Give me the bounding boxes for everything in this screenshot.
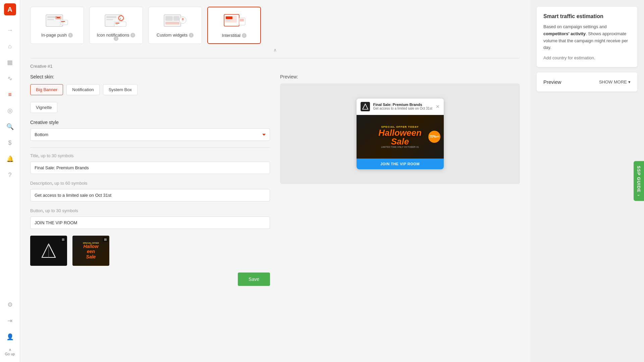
svg-rect-7 [61,22,64,23]
sidebar-bottom: ⚙ ⇥ 👤 ∧ Go up [2,297,18,359]
dollar-icon[interactable]: $ [3,136,17,149]
svg-rect-27 [226,20,230,21]
svg-rect-20 [165,22,179,24]
creative-style-group: Creative style Bottom Top Center [30,120,270,141]
save-row: Save [30,273,270,286]
description-input[interactable] [30,189,270,201]
notification-header: Final Sale: Premium Brands Get access to… [357,99,444,115]
svg-rect-16 [115,24,118,25]
ad-type-in-page-push[interactable]: In-page push i [30,7,84,44]
signout-icon[interactable]: ⇥ [3,314,17,327]
skin-buttons: Big Banner Notification System Box [30,84,270,95]
discount-badge: 70%off [428,131,440,143]
custom-widgets-label: Custom widgets i [157,33,194,38]
skin-notification-button[interactable]: Notification [66,84,99,95]
settings-icon[interactable]: ⚙ [3,298,17,311]
crop-icon[interactable]: ⊞ [60,237,66,242]
button-text-input[interactable] [30,217,270,229]
main-content: In-page push i ! [20,0,644,362]
smart-traffic-title: Smart traffic estimation [543,13,631,19]
notification-text: Final Sale: Premium Brands Get access to… [373,103,436,110]
notifications-icon[interactable]: 🔔 [3,152,17,166]
svg-line-38 [365,104,368,109]
svg-line-32 [49,244,55,257]
select-skin-label: Select skin: [30,74,270,79]
profile-icon[interactable]: 👤 [3,330,17,344]
title-input[interactable] [30,162,270,174]
arrow-right-icon[interactable]: → [3,23,17,37]
collapse-icon[interactable]: ∧ [30,47,520,53]
search-magnify-icon[interactable]: 🔍 [3,120,17,133]
list-icon[interactable]: ≡ [3,88,17,101]
dashboard-icon[interactable]: ⌂ [3,40,17,53]
preview-section: Preview: [280,74,520,286]
skin-vignette-button[interactable]: Vignette [30,102,57,113]
creative-style-select[interactable]: Bottom Top Center [30,128,270,141]
analytics-icon[interactable]: ∿ [3,72,17,85]
button-group: Button, up to 30 symbols [30,208,270,229]
go-up-label: Go up [5,352,15,356]
smart-traffic-sub: Add country for estimation. [543,55,631,60]
crop-icon-2[interactable]: ⊞ [103,237,108,242]
go-up-button[interactable]: ∧ Go up [2,345,18,359]
description-group: Description, up to 60 symbols [30,181,270,201]
icon-notifications-info-icon[interactable]: i [130,33,135,38]
skin-buttons-2: Vignette [30,102,270,113]
preview-box: Final Sale: Premium Brands Get access to… [280,83,520,184]
date-text: LIMITED TIME ONLY OCTOBER 31 [378,146,422,148]
ad-type-custom-widgets[interactable]: Custom widgets i [148,7,202,44]
svg-rect-26 [226,16,232,19]
close-icon[interactable]: ✕ [436,104,440,109]
skin-system-box-button[interactable]: System Box [103,84,138,95]
grid-icon[interactable]: ▦ [3,56,17,69]
preview-widget-card: Preview SHOW MORE ▾ [537,72,637,92]
description-label: Description, up to 60 symbols [30,181,270,186]
interstitial-info-icon[interactable]: i [242,33,247,38]
title-label: Title, up to 30 symbols [30,153,270,158]
ad-type-cards: In-page push i ! [30,7,520,44]
ad-type-icon-notifications[interactable]: ! Icon notifications i i [89,7,143,44]
svg-rect-29 [240,19,244,21]
notification-desc: Get access to a limited sale on Oct 31st [373,107,436,110]
notification-image: SPECIAL OFFER TODAY HalloweenSale LIMITE… [357,115,444,159]
in-page-push-label: In-page push i [41,33,73,38]
thumbnail-halloween[interactable]: SPECIAL OFFER HalloweenSale ⊞ [72,236,109,266]
in-page-push-info-icon[interactable]: i [68,33,73,38]
icon-notifications-info2-icon[interactable]: i [114,36,118,41]
in-page-push-icon [44,12,70,29]
sidebar: A → ⌂ ▦ ∿ ≡ ◎ 🔍 $ 🔔 ? ⚙ ⇥ 👤 ∧ Go up [0,0,20,362]
svg-text:!: ! [120,17,121,20]
question-icon[interactable]: ? [3,168,17,182]
custom-widgets-info-icon[interactable]: i [189,33,194,38]
save-button[interactable]: Save [238,273,270,286]
thumbnails: ⊞ SPECIAL OFFER HalloweenSale ⊞ [30,236,270,266]
creative-number: Creative #1 [30,64,520,69]
right-panel: Smart traffic estimation Based on campai… [530,0,644,362]
skin-big-banner-button[interactable]: Big Banner [30,84,63,95]
smart-traffic-card: Smart traffic estimation Based on campai… [537,7,637,67]
center-panel: In-page push i ! [20,0,530,362]
svg-rect-2 [47,19,54,20]
ssp-guide-tab[interactable]: SSP GUIDE › [634,161,644,201]
app-logo[interactable]: A [4,3,16,15]
thumbnail-icon[interactable]: ⊞ [30,236,67,266]
svg-rect-10 [106,19,113,20]
creative-form: Select skin: Big Banner Notification Sys… [30,74,270,286]
title-group: Title, up to 30 symbols [30,153,270,174]
icon-notifications-icon: ! [103,12,129,29]
interstitial-icon [221,13,248,29]
show-more-button[interactable]: SHOW MORE ▾ [599,79,631,84]
ssp-guide-arrow: › [636,194,641,196]
cta-button[interactable]: JOIN THE VIP ROOM [357,159,444,169]
halloween-content: SPECIAL OFFER TODAY HalloweenSale LIMITE… [378,125,422,148]
svg-rect-4 [57,17,60,18]
preview-widget-label: Preview [543,79,561,85]
target-icon[interactable]: ◎ [3,104,17,117]
ad-type-interstitial[interactable]: Interstitial i [207,7,261,44]
creative-style-label: Creative style [30,120,270,125]
preview-widget-row: Preview SHOW MORE ▾ [543,79,631,85]
svg-rect-19 [173,16,179,21]
svg-point-22 [182,18,184,20]
svg-point-12 [119,16,123,20]
preview-label: Preview: [280,74,520,79]
